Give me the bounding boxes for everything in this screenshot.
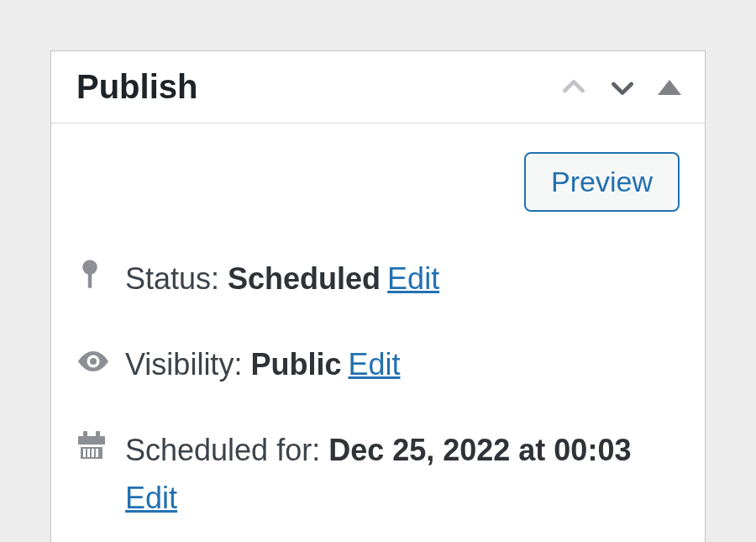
svg-rect-9 xyxy=(92,449,94,457)
svg-rect-7 xyxy=(83,449,86,457)
publish-panel: Publish Preview Status: ScheduledEdit xyxy=(50,50,706,542)
svg-rect-12 xyxy=(96,431,100,439)
eye-icon xyxy=(76,343,117,380)
collapse-toggle-icon[interactable] xyxy=(658,80,681,95)
svg-rect-11 xyxy=(83,431,87,439)
edit-visibility-link[interactable]: Edit xyxy=(348,347,400,382)
move-up-icon[interactable] xyxy=(560,74,587,101)
edit-schedule-link[interactable]: Edit xyxy=(125,476,680,520)
publish-panel-body: Preview Status: ScheduledEdit Visibility… xyxy=(51,124,705,542)
svg-rect-10 xyxy=(96,449,98,457)
svg-rect-1 xyxy=(88,271,92,288)
panel-title: Publish xyxy=(76,68,197,106)
pin-icon xyxy=(76,257,117,294)
visibility-row: Visibility: PublicEdit xyxy=(76,343,680,387)
panel-header-controls xyxy=(560,74,681,101)
status-label: Status: xyxy=(125,261,228,296)
calendar-icon xyxy=(76,429,117,466)
visibility-label: Visibility: xyxy=(125,347,250,382)
schedule-row: Scheduled for: Dec 25, 2022 at 00:03 Edi… xyxy=(76,429,680,519)
edit-status-link[interactable]: Edit xyxy=(387,261,439,296)
status-value: Scheduled xyxy=(228,261,381,296)
status-row: Status: ScheduledEdit xyxy=(76,257,680,301)
preview-button[interactable]: Preview xyxy=(524,152,680,212)
visibility-value: Public xyxy=(250,347,341,382)
preview-row: Preview xyxy=(76,152,680,212)
schedule-label: Scheduled for: xyxy=(125,433,328,467)
schedule-value: Dec 25, 2022 at 00:03 xyxy=(328,433,631,467)
publish-panel-header: Publish xyxy=(51,51,705,124)
move-down-icon[interactable] xyxy=(609,74,636,101)
svg-rect-8 xyxy=(87,449,90,457)
svg-point-3 xyxy=(90,358,97,365)
